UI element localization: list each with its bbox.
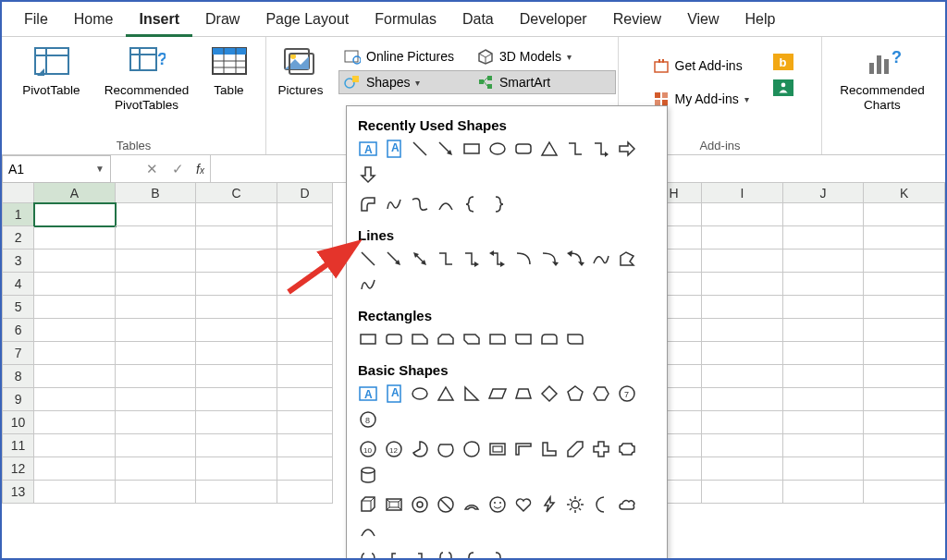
- bing-maps-button[interactable]: b: [773, 54, 793, 70]
- column-header-c[interactable]: C: [196, 183, 277, 203]
- round-same-side-icon[interactable]: [537, 327, 561, 351]
- cell-I6[interactable]: [702, 319, 783, 342]
- freeform-icon[interactable]: [356, 192, 380, 216]
- cell-I10[interactable]: [702, 411, 783, 434]
- cell-B13[interactable]: [116, 481, 197, 504]
- heptagon-icon[interactable]: 7: [615, 382, 639, 406]
- cell-A3[interactable]: [34, 250, 116, 273]
- heart-icon[interactable]: [511, 493, 535, 517]
- tab-review[interactable]: Review: [600, 2, 674, 37]
- trapezoid-icon[interactable]: [511, 382, 535, 406]
- cell-I11[interactable]: [702, 434, 783, 457]
- cell-C13[interactable]: [196, 481, 277, 504]
- cell-C10[interactable]: [196, 411, 277, 434]
- cross-icon[interactable]: [589, 437, 613, 461]
- cell-I5[interactable]: [702, 296, 783, 319]
- cell-K2[interactable]: [864, 226, 945, 250]
- cell-J4[interactable]: [783, 273, 865, 296]
- get-addins-button[interactable]: Get Add-ins: [647, 54, 768, 78]
- oval-icon[interactable]: [486, 137, 510, 161]
- cell-C8[interactable]: [196, 365, 277, 388]
- donut-icon[interactable]: [408, 493, 432, 517]
- cell-A4[interactable]: [34, 273, 116, 296]
- cell-J2[interactable]: [783, 226, 865, 250]
- cell-J13[interactable]: [783, 481, 865, 504]
- cell-B5[interactable]: [116, 296, 197, 319]
- cell-B11[interactable]: [116, 434, 197, 457]
- right-brace-icon[interactable]: [486, 548, 510, 560]
- elbow-connector-icon[interactable]: [434, 247, 458, 271]
- 3d-models-button[interactable]: 3D Models ▾: [472, 44, 577, 68]
- cell-D5[interactable]: [277, 296, 333, 319]
- cell-C7[interactable]: [196, 342, 277, 365]
- snip-single-corner-icon[interactable]: [408, 327, 432, 351]
- enter-formula-button[interactable]: ✓: [165, 156, 191, 182]
- cell-D3[interactable]: [277, 250, 333, 273]
- cell-B9[interactable]: [116, 388, 197, 411]
- pie-icon[interactable]: [408, 437, 432, 461]
- cancel-formula-button[interactable]: ✕: [139, 156, 165, 182]
- cell-I1[interactable]: [702, 203, 783, 226]
- row-header-7[interactable]: 7: [2, 342, 34, 365]
- elbow-connector-icon[interactable]: [563, 137, 587, 161]
- tab-draw[interactable]: Draw: [192, 2, 252, 37]
- tab-page-layout[interactable]: Page Layout: [252, 2, 362, 37]
- row-header-6[interactable]: 6: [2, 319, 34, 342]
- cell-K9[interactable]: [864, 388, 945, 411]
- block-arrow-right-icon[interactable]: [615, 137, 639, 161]
- smiley-face-icon[interactable]: [486, 493, 510, 517]
- tab-help[interactable]: Help: [732, 2, 789, 37]
- cell-C12[interactable]: [196, 457, 277, 481]
- cell-B1[interactable]: [116, 203, 197, 226]
- line-arrow-icon[interactable]: [434, 137, 458, 161]
- column-header-i[interactable]: I: [702, 183, 783, 203]
- left-brace-icon[interactable]: [460, 548, 484, 560]
- cell-J7[interactable]: [783, 342, 865, 365]
- pentagon-icon[interactable]: [563, 382, 587, 406]
- cell-D10[interactable]: [277, 411, 333, 434]
- right-bracket-icon[interactable]: [408, 548, 432, 560]
- l-shape-icon[interactable]: [537, 437, 561, 461]
- cell-A11[interactable]: [34, 434, 116, 457]
- left-bracket-icon[interactable]: [382, 548, 406, 560]
- cell-D4[interactable]: [277, 273, 333, 296]
- cell-A7[interactable]: [34, 342, 116, 365]
- row-header-4[interactable]: 4: [2, 273, 34, 296]
- cell-C1[interactable]: [196, 203, 277, 226]
- row-header-3[interactable]: 3: [2, 250, 34, 273]
- row-header-1[interactable]: 1: [2, 203, 34, 226]
- arc-icon[interactable]: [356, 518, 380, 542]
- arc-icon[interactable]: [434, 192, 458, 216]
- cell-I13[interactable]: [702, 481, 783, 504]
- octagon-icon[interactable]: 8: [356, 408, 380, 432]
- tab-view[interactable]: View: [674, 2, 732, 37]
- cell-D6[interactable]: [277, 319, 333, 342]
- moon-icon[interactable]: [589, 493, 613, 517]
- cell-I2[interactable]: [702, 226, 783, 250]
- elbow-double-arrow-icon[interactable]: [486, 247, 510, 271]
- line-icon[interactable]: [408, 137, 432, 161]
- cell-K5[interactable]: [864, 296, 945, 319]
- cell-C4[interactable]: [196, 273, 277, 296]
- triangle-icon[interactable]: [537, 137, 561, 161]
- cell-K4[interactable]: [864, 273, 945, 296]
- diamond-icon[interactable]: [537, 382, 561, 406]
- fx-icon[interactable]: fx: [191, 162, 210, 177]
- cell-B12[interactable]: [116, 457, 197, 481]
- cell-C5[interactable]: [196, 296, 277, 319]
- text-box-icon[interactable]: A: [356, 137, 380, 161]
- right-brace-icon[interactable]: [486, 192, 510, 216]
- elbow-arrow-icon[interactable]: [589, 137, 613, 161]
- cell-C2[interactable]: [196, 226, 277, 250]
- row-header-5[interactable]: 5: [2, 296, 34, 319]
- round-single-corner-icon[interactable]: [511, 327, 535, 351]
- cell-K11[interactable]: [864, 434, 945, 457]
- hexagon-icon[interactable]: [589, 382, 613, 406]
- plaque-icon[interactable]: [615, 437, 639, 461]
- row-header-12[interactable]: 12: [2, 457, 34, 481]
- tab-home[interactable]: Home: [61, 2, 127, 37]
- column-header-b[interactable]: B: [116, 183, 197, 203]
- cell-J1[interactable]: [783, 203, 865, 226]
- freeform-icon[interactable]: [615, 247, 639, 271]
- frame-icon[interactable]: [486, 437, 510, 461]
